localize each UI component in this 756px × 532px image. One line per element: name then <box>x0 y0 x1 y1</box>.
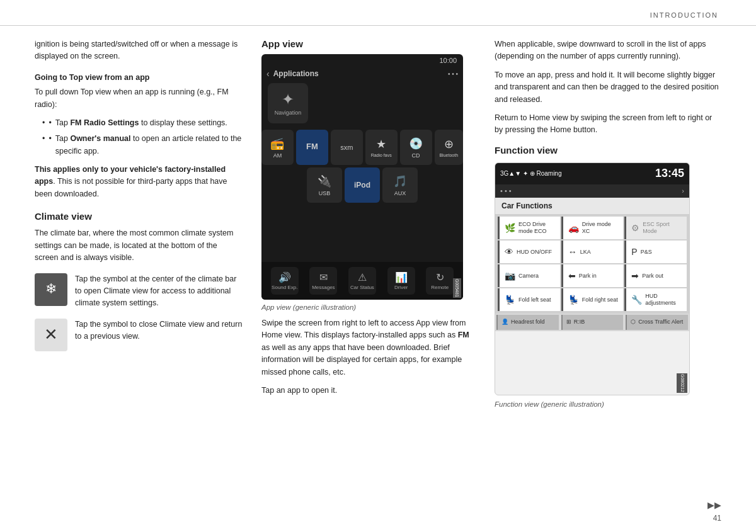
func-cell-camera: 📷 Camera <box>498 264 560 287</box>
ps-icon: P <box>631 246 637 259</box>
camera-icon: 📷 <box>505 269 515 283</box>
app-view-screenshot: 10:00 ‹ Applications • • • ✦ Navigation … <box>261 54 463 300</box>
func-bottom-row: 👤 Headrest fold ⊞ R:IB ⬡ Cross Traffic A… <box>495 314 689 331</box>
fold-right-icon: 💺 <box>568 293 579 307</box>
function-view-heading: Function view <box>495 143 721 157</box>
hud2-icon: 🔧 <box>631 293 642 307</box>
sxm-app: sxm <box>331 130 363 165</box>
remote-updates-icon: ↻ Remote <box>426 267 454 295</box>
am-app: 📻 AM <box>261 130 294 165</box>
serial-tag: G005481 <box>453 278 461 298</box>
function-view-screenshot: 3G▲▼ ✦ ⊕ Roaming 13:45 • • • › Car Funct… <box>495 162 690 395</box>
park-in-icon: ⬅ <box>568 269 576 283</box>
func-dots: • • • <box>500 186 512 196</box>
right-para1: When applicable, swipe downward to scrol… <box>495 38 721 63</box>
func-status-left: 3G▲▼ ✦ ⊕ Roaming <box>500 169 562 179</box>
icon-block-2: ✕ Tap the symbol to close Climate view a… <box>35 319 243 351</box>
snowflake-icon: ❄ <box>45 278 57 300</box>
page-header: INTRODUCTION <box>0 0 756 26</box>
bullet-item-2: • Tap Owner's manual to open an article … <box>42 133 243 157</box>
sxm-icon: sxm <box>340 144 353 151</box>
fold-left-icon: 💺 <box>505 293 515 307</box>
fm-bold: FM <box>458 331 469 339</box>
next-arrows: ▶▶ <box>707 500 721 510</box>
climate-center-icon: ❄ <box>35 273 67 306</box>
headrest-icon: 👤 <box>501 318 508 327</box>
bluetooth-icon: ⊕ <box>444 137 454 151</box>
func-caption: Function view (generic illustration) <box>495 399 721 410</box>
close-climate-icon: ✕ <box>35 319 67 351</box>
car-status-icon: ⚠ Car Status <box>348 267 376 295</box>
func-cell-fold-right: 💺 Fold right seat <box>561 288 624 311</box>
drive-xc-icon: 🚗 <box>568 222 579 235</box>
lka-icon: ↔ <box>568 246 577 259</box>
app-view-heading: App view <box>261 38 476 49</box>
bullet2-text: Tap Owner's manual to open an article re… <box>55 133 243 157</box>
cd-app: 💿 CD <box>400 130 432 165</box>
func-time: 13:45 <box>655 165 684 183</box>
driver-perf-icon: 📊 Driver <box>387 267 415 295</box>
messages-icon: ✉ Messages <box>309 267 337 295</box>
nav-label: Navigation <box>275 110 302 116</box>
func-cell-ps: P P&S <box>624 241 687 263</box>
func-grid: 🌿 ECO Drive mode ECO 🚗 Drive mode XC ⚙ E… <box>495 214 689 314</box>
ipod-app: iPod <box>345 167 380 203</box>
icon1-text: Tap the symbol at the center of the clim… <box>75 273 243 310</box>
going-text: To pull down Top view when an app is run… <box>35 86 243 111</box>
bullet-item-1: • Tap FM Radio Settings to display these… <box>42 117 243 129</box>
icon-block-1: ❄ Tap the symbol at the center of the cl… <box>35 273 243 310</box>
bullet-list: • Tap FM Radio Settings to display these… <box>35 117 243 157</box>
func-chevron: › <box>682 186 684 196</box>
bullet1-text: Tap FM Radio Settings to display these s… <box>55 117 227 129</box>
nav-app-section: ✦ Navigation <box>261 81 463 130</box>
func-nav-bar: • • • › <box>495 184 689 198</box>
app-view-caption: App view (generic illustration) <box>261 303 476 311</box>
cta-icon: ⬡ <box>631 318 636 327</box>
esc-icon: ⚙ <box>631 222 639 235</box>
bt-app: ⊕ Bluetooth <box>435 130 463 165</box>
func-bottom-rib: ⊞ R:IB <box>561 315 624 330</box>
icon2-text: Tap the symbol to close Climate view and… <box>75 319 243 343</box>
note-text: This applies only to your vehicle's fact… <box>35 164 243 200</box>
func-cell-hud: 👁 HUD ON/OFF <box>498 241 560 263</box>
func-cell-eco: 🌿 ECO Drive mode ECO <box>498 217 560 239</box>
park-out-icon: ➡ <box>631 269 639 283</box>
usb-app: 🔌 USB <box>307 167 342 203</box>
rib-icon: ⊞ <box>566 318 571 327</box>
bullet1-bold: FM Radio Settings <box>70 118 139 127</box>
am-icon: 📻 <box>270 137 284 150</box>
intro-text: ignition is being started/switched off o… <box>35 38 243 63</box>
func-bottom-headrest: 👤 Headrest fold <box>496 315 559 330</box>
navigation-app-icon: ✦ Navigation <box>268 83 308 123</box>
page-number: 41 <box>713 514 721 523</box>
radio-fav-app: ★ Radio favs <box>365 130 398 165</box>
func-title: Car Functions <box>495 198 689 215</box>
hud-icon: 👁 <box>505 246 513 259</box>
ipod-icon: iPod <box>354 181 370 190</box>
phone-status-bar: 10:00 <box>261 54 463 67</box>
compass-icon: ✦ <box>282 91 294 108</box>
content-area: ignition is being started/switched off o… <box>0 26 756 526</box>
x-icon: ✕ <box>44 322 58 347</box>
func-serial-tag: G080212 <box>677 373 687 393</box>
func-cell-xc: 🚗 Drive mode XC <box>561 217 624 239</box>
middle-para1: Swipe the screen from right to left to a… <box>261 317 476 378</box>
eco-icon: 🌿 <box>505 222 515 235</box>
right-para3: Return to Home view by swiping the scree… <box>495 112 721 137</box>
apps-row-2: 🔌 USB iPod 🎵 AUX <box>261 167 463 203</box>
right-column: When applicable, swipe downward to scrol… <box>495 38 721 520</box>
going-heading: Going to Top view from an app <box>35 72 243 84</box>
func-cell-parkout: ➡ Park out <box>624 264 687 287</box>
middle-para2: Tap an app to open it. <box>261 385 476 397</box>
phone-nav-bar: ‹ Applications • • • <box>261 67 463 81</box>
aux-app: 🎵 AUX <box>382 167 418 203</box>
middle-column: App view 10:00 ‹ Applications • • • ✦ Na… <box>261 38 476 520</box>
usb-icon: 🔌 <box>318 174 331 188</box>
func-cell-lka: ↔ LKA <box>561 241 624 263</box>
func-cell-fold-left: 💺 Fold left seat <box>498 288 560 311</box>
dots-icon: • • • <box>448 71 458 77</box>
climate-text: The climate bar, where the most common c… <box>35 227 243 264</box>
star-icon: ★ <box>376 137 386 151</box>
apps-row-1: 📻 AM FM sxm ★ Radio favs 💿 CD <box>261 130 463 165</box>
sound-experience-icon: 🔊 Sound Exp. <box>271 267 299 295</box>
